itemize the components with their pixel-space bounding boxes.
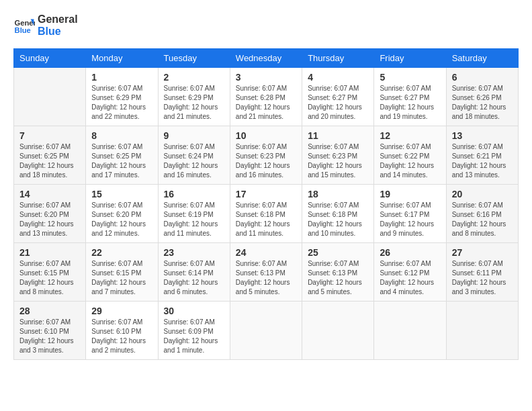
calendar-cell [14, 68, 86, 126]
day-number: 23 [164, 247, 224, 258]
day-info: Sunrise: 6:07 AMSunset: 6:27 PMDaylight:… [308, 84, 368, 122]
col-header-sunday: Sunday [14, 49, 86, 68]
day-info: Sunrise: 6:07 AMSunset: 6:29 PMDaylight:… [91, 84, 152, 122]
day-info: Sunrise: 6:07 AMSunset: 6:12 PMDaylight:… [380, 259, 440, 297]
day-info: Sunrise: 6:07 AMSunset: 6:23 PMDaylight:… [236, 142, 296, 180]
calendar-cell: 10Sunrise: 6:07 AMSunset: 6:23 PMDayligh… [230, 126, 302, 185]
calendar-cell: 15Sunrise: 6:07 AMSunset: 6:20 PMDayligh… [86, 185, 158, 243]
calendar-cell [230, 302, 302, 360]
col-header-wednesday: Wednesday [230, 49, 302, 68]
page-header: General Blue General Blue [13, 13, 519, 38]
day-number: 16 [164, 189, 224, 199]
day-number: 21 [19, 247, 80, 258]
calendar-cell [374, 302, 446, 360]
day-number: 17 [236, 189, 296, 199]
day-info: Sunrise: 6:07 AMSunset: 6:16 PMDaylight:… [452, 201, 513, 238]
day-number: 19 [380, 189, 440, 199]
day-info: Sunrise: 6:07 AMSunset: 6:13 PMDaylight:… [308, 259, 368, 297]
calendar-cell: 24Sunrise: 6:07 AMSunset: 6:13 PMDayligh… [230, 243, 302, 302]
day-info: Sunrise: 6:07 AMSunset: 6:28 PMDaylight:… [236, 84, 296, 122]
calendar-cell: 21Sunrise: 6:07 AMSunset: 6:15 PMDayligh… [14, 243, 86, 302]
calendar-cell: 13Sunrise: 6:07 AMSunset: 6:21 PMDayligh… [446, 126, 518, 185]
col-header-friday: Friday [374, 49, 446, 68]
calendar-cell: 25Sunrise: 6:07 AMSunset: 6:13 PMDayligh… [302, 243, 374, 302]
day-number: 27 [452, 247, 513, 258]
calendar-cell: 11Sunrise: 6:07 AMSunset: 6:23 PMDayligh… [302, 126, 374, 185]
calendar-cell: 28Sunrise: 6:07 AMSunset: 6:10 PMDayligh… [14, 302, 86, 360]
day-number: 18 [308, 189, 368, 199]
day-number: 22 [91, 247, 152, 258]
calendar-cell: 3Sunrise: 6:07 AMSunset: 6:28 PMDaylight… [230, 68, 302, 126]
calendar-cell: 17Sunrise: 6:07 AMSunset: 6:18 PMDayligh… [230, 185, 302, 243]
calendar-table: SundayMondayTuesdayWednesdayThursdayFrid… [13, 48, 519, 360]
day-info: Sunrise: 6:07 AMSunset: 6:09 PMDaylight:… [164, 318, 224, 355]
calendar-cell: 9Sunrise: 6:07 AMSunset: 6:24 PMDaylight… [158, 126, 230, 185]
day-info: Sunrise: 6:07 AMSunset: 6:25 PMDaylight:… [19, 142, 80, 180]
logo-general: General [38, 13, 78, 26]
day-number: 28 [19, 306, 80, 316]
logo-blue: Blue [38, 26, 78, 38]
day-info: Sunrise: 6:07 AMSunset: 6:18 PMDaylight:… [236, 201, 296, 238]
calendar-cell: 27Sunrise: 6:07 AMSunset: 6:11 PMDayligh… [446, 243, 518, 302]
day-info: Sunrise: 6:07 AMSunset: 6:23 PMDaylight:… [308, 142, 368, 180]
col-header-monday: Monday [86, 49, 158, 68]
day-info: Sunrise: 6:07 AMSunset: 6:14 PMDaylight:… [164, 259, 224, 297]
day-info: Sunrise: 6:07 AMSunset: 6:29 PMDaylight:… [164, 84, 224, 122]
day-number: 20 [452, 189, 513, 199]
day-number: 1 [91, 72, 152, 83]
day-info: Sunrise: 6:07 AMSunset: 6:21 PMDaylight:… [452, 142, 513, 180]
calendar-cell: 16Sunrise: 6:07 AMSunset: 6:19 PMDayligh… [158, 185, 230, 243]
day-number: 9 [164, 130, 224, 141]
calendar-cell: 26Sunrise: 6:07 AMSunset: 6:12 PMDayligh… [374, 243, 446, 302]
day-info: Sunrise: 6:07 AMSunset: 6:20 PMDaylight:… [19, 201, 80, 238]
col-header-tuesday: Tuesday [158, 49, 230, 68]
logo-icon: General Blue [13, 15, 35, 36]
day-info: Sunrise: 6:07 AMSunset: 6:11 PMDaylight:… [452, 259, 513, 297]
col-header-saturday: Saturday [446, 49, 518, 68]
calendar-cell: 29Sunrise: 6:07 AMSunset: 6:10 PMDayligh… [86, 302, 158, 360]
calendar-cell [446, 302, 518, 360]
day-number: 15 [91, 189, 152, 199]
day-info: Sunrise: 6:07 AMSunset: 6:19 PMDaylight:… [164, 201, 224, 238]
calendar-cell: 8Sunrise: 6:07 AMSunset: 6:25 PMDaylight… [86, 126, 158, 185]
calendar-cell: 4Sunrise: 6:07 AMSunset: 6:27 PMDaylight… [302, 68, 374, 126]
day-number: 8 [91, 130, 152, 141]
day-info: Sunrise: 6:07 AMSunset: 6:26 PMDaylight:… [452, 84, 513, 122]
day-number: 4 [308, 72, 368, 83]
calendar-cell: 7Sunrise: 6:07 AMSunset: 6:25 PMDaylight… [14, 126, 86, 185]
day-number: 29 [91, 306, 152, 316]
svg-text:Blue: Blue [15, 26, 31, 34]
calendar-cell: 12Sunrise: 6:07 AMSunset: 6:22 PMDayligh… [374, 126, 446, 185]
day-info: Sunrise: 6:07 AMSunset: 6:15 PMDaylight:… [19, 259, 80, 297]
calendar-cell: 14Sunrise: 6:07 AMSunset: 6:20 PMDayligh… [14, 185, 86, 243]
day-info: Sunrise: 6:07 AMSunset: 6:10 PMDaylight:… [91, 318, 152, 355]
day-info: Sunrise: 6:07 AMSunset: 6:13 PMDaylight:… [236, 259, 296, 297]
day-number: 11 [308, 130, 368, 141]
calendar-cell: 2Sunrise: 6:07 AMSunset: 6:29 PMDaylight… [158, 68, 230, 126]
calendar-cell: 19Sunrise: 6:07 AMSunset: 6:17 PMDayligh… [374, 185, 446, 243]
calendar-cell [302, 302, 374, 360]
calendar-cell: 5Sunrise: 6:07 AMSunset: 6:27 PMDaylight… [374, 68, 446, 126]
day-info: Sunrise: 6:07 AMSunset: 6:25 PMDaylight:… [91, 142, 152, 180]
day-number: 13 [452, 130, 513, 141]
day-info: Sunrise: 6:07 AMSunset: 6:27 PMDaylight:… [380, 84, 440, 122]
calendar-cell: 23Sunrise: 6:07 AMSunset: 6:14 PMDayligh… [158, 243, 230, 302]
day-number: 6 [452, 72, 513, 83]
day-info: Sunrise: 6:07 AMSunset: 6:20 PMDaylight:… [91, 201, 152, 238]
col-header-thursday: Thursday [302, 49, 374, 68]
calendar-cell: 22Sunrise: 6:07 AMSunset: 6:15 PMDayligh… [86, 243, 158, 302]
calendar-cell: 30Sunrise: 6:07 AMSunset: 6:09 PMDayligh… [158, 302, 230, 360]
day-info: Sunrise: 6:07 AMSunset: 6:10 PMDaylight:… [19, 318, 80, 355]
day-info: Sunrise: 6:07 AMSunset: 6:22 PMDaylight:… [380, 142, 440, 180]
day-info: Sunrise: 6:07 AMSunset: 6:18 PMDaylight:… [308, 201, 368, 238]
day-info: Sunrise: 6:07 AMSunset: 6:17 PMDaylight:… [380, 201, 440, 238]
day-number: 2 [164, 72, 224, 83]
calendar-cell: 1Sunrise: 6:07 AMSunset: 6:29 PMDaylight… [86, 68, 158, 126]
day-number: 12 [380, 130, 440, 141]
day-info: Sunrise: 6:07 AMSunset: 6:15 PMDaylight:… [91, 259, 152, 297]
logo: General Blue General Blue [13, 13, 78, 38]
day-number: 10 [236, 130, 296, 141]
calendar-cell: 20Sunrise: 6:07 AMSunset: 6:16 PMDayligh… [446, 185, 518, 243]
day-number: 26 [380, 247, 440, 258]
day-info: Sunrise: 6:07 AMSunset: 6:24 PMDaylight:… [164, 142, 224, 180]
